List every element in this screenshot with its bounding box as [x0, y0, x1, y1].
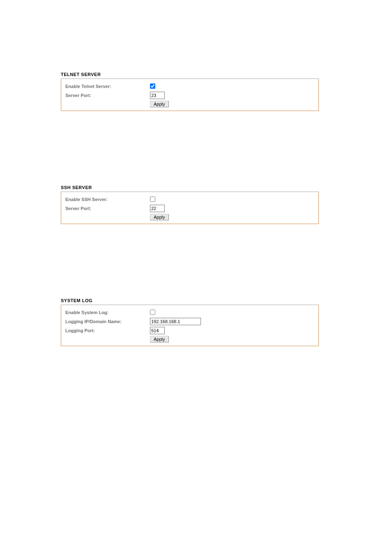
- ssh-enable-checkbox[interactable]: [150, 197, 155, 202]
- system-log-section: SYSTEM LOG Enable System Log: Logging IP…: [61, 298, 319, 346]
- syslog-ip-input[interactable]: [150, 318, 201, 325]
- syslog-port-label: Logging Port:: [65, 328, 150, 333]
- telnet-section-title: TELNET SERVER: [61, 72, 319, 79]
- ssh-apply-button[interactable]: Apply: [150, 214, 169, 220]
- telnet-enable-checkbox[interactable]: [150, 83, 155, 89]
- syslog-enable-checkbox[interactable]: [150, 310, 155, 315]
- ssh-server-section: SSH SERVER Enable SSH Server: Server Por…: [61, 185, 319, 224]
- telnet-apply-button[interactable]: Apply: [150, 101, 169, 107]
- ssh-section-title: SSH SERVER: [61, 185, 319, 192]
- telnet-port-label: Server Port:: [65, 93, 150, 98]
- syslog-enable-label: Enable System Log:: [65, 310, 150, 315]
- telnet-port-input[interactable]: [150, 92, 165, 99]
- telnet-section-box: Enable Telnet Server: Server Port: Apply: [61, 79, 319, 111]
- syslog-apply-button[interactable]: Apply: [150, 336, 169, 342]
- telnet-server-section: TELNET SERVER Enable Telnet Server: Serv…: [61, 72, 319, 111]
- ssh-enable-label: Enable SSH Server:: [65, 197, 150, 202]
- syslog-ip-label: Logging IP/Domain Name:: [65, 319, 150, 324]
- ssh-port-input[interactable]: [150, 205, 165, 212]
- telnet-enable-label: Enable Telnet Server:: [65, 84, 150, 89]
- ssh-section-box: Enable SSH Server: Server Port: Apply: [61, 192, 319, 224]
- syslog-section-title: SYSTEM LOG: [61, 298, 319, 305]
- syslog-port-input[interactable]: [150, 327, 165, 334]
- ssh-port-label: Server Port:: [65, 206, 150, 211]
- syslog-section-box: Enable System Log: Logging IP/Domain Nam…: [61, 305, 319, 346]
